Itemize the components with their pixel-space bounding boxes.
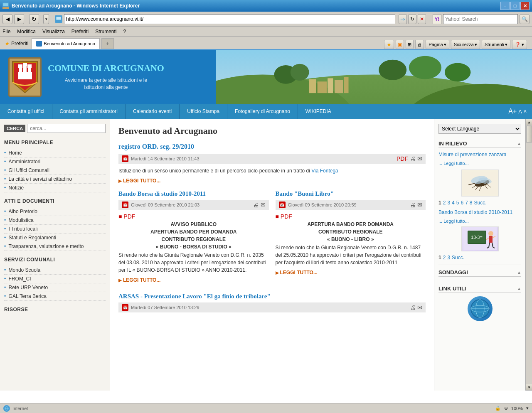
favorites-btn[interactable]: ★ Preferiti xyxy=(2,38,31,49)
page-2[interactable]: 2 xyxy=(443,200,446,206)
help-btn[interactable]: ❓▾ xyxy=(512,40,527,49)
menu-strumenti[interactable]: Strumenti xyxy=(95,29,116,34)
sidebar-link-notizie[interactable]: Notizie xyxy=(4,184,106,192)
article3-title[interactable]: Bando "Buoni Libro" xyxy=(276,190,426,197)
search-input[interactable] xyxy=(445,16,516,22)
article4-title[interactable]: ARSAS - Presentazione Lavoro "El ga fini… xyxy=(118,293,426,300)
in-rilievo-readmore1[interactable]: ... Leggi tutto... xyxy=(438,161,469,166)
scroll-up-btn[interactable]: ▲ xyxy=(526,119,532,125)
new-tab-btn[interactable]: + xyxy=(101,38,114,49)
scroll-down-btn[interactable]: ▼ xyxy=(526,384,532,391)
article2-pdf-icon[interactable]: ■ PDF xyxy=(118,213,269,220)
sidebar-search-input[interactable] xyxy=(27,124,106,133)
stop-btn[interactable]: ✕ xyxy=(418,14,426,24)
nav-contatta-uffici[interactable]: Contatta gli uffici xyxy=(0,104,52,119)
menu-file[interactable]: File xyxy=(2,29,10,34)
page-8[interactable]: 8 xyxy=(470,200,473,206)
sondaggi-collapse-btn[interactable]: ▲ xyxy=(517,270,521,275)
nav-fotogallery[interactable]: Fotogallery di Arcugnano xyxy=(227,104,298,119)
nav-dropdown-btn[interactable]: ▾ xyxy=(43,14,49,24)
sidebar-link-home[interactable]: Home xyxy=(4,149,106,157)
page-4[interactable]: 4 xyxy=(452,200,455,206)
sidebar-link-amministratori[interactable]: Amministratori xyxy=(4,157,106,166)
font-increase-btn[interactable]: A+ xyxy=(508,108,517,115)
sidebar-link-trasparenza[interactable]: Trasparenza, valutazione e merito xyxy=(4,242,106,251)
page-1[interactable]: 1 xyxy=(438,200,441,206)
refresh-btn[interactable]: ↻ xyxy=(29,14,39,24)
add-to-favorites-btn[interactable]: ★ xyxy=(384,40,394,49)
in-rilievo-link2[interactable]: Bando Borsa di studio 2010-2011 xyxy=(438,209,521,216)
pagina-btn[interactable]: Pagina▾ xyxy=(426,40,449,49)
scroll-track[interactable] xyxy=(526,125,532,384)
via-fontega-link[interactable]: Via Fontega xyxy=(311,168,338,174)
page2-1[interactable]: 1 xyxy=(438,255,441,261)
strumenti-btn[interactable]: Strumenti▾ xyxy=(482,40,510,49)
article2-leggi-tutto[interactable]: LEGGI TUTTO... xyxy=(118,277,269,283)
page-7[interactable]: 7 xyxy=(465,200,468,206)
minimize-btn[interactable]: – xyxy=(500,2,510,10)
menu-help[interactable]: ? xyxy=(123,29,126,34)
language-select[interactable]: Select Language English French German Sp… xyxy=(438,124,521,134)
sidebar-link-albo[interactable]: Albo Pretorio xyxy=(4,207,106,216)
maximize-btn[interactable]: □ xyxy=(510,2,520,10)
refresh-page-btn[interactable]: ↻ xyxy=(408,14,416,24)
forward-btn[interactable]: ▶ xyxy=(14,14,24,24)
rss-btn[interactable]: ▣ xyxy=(396,40,404,49)
font-normal-btn[interactable]: A xyxy=(518,108,522,115)
sidebar-link-statuti[interactable]: Statuti e Regolamenti xyxy=(4,234,106,242)
succ-btn-2[interactable]: Succ. xyxy=(452,255,464,261)
in-rilievo-collapse-btn[interactable]: ▲ xyxy=(517,141,521,146)
sidebar-link-rete-urp[interactable]: Rete URP Veneto xyxy=(4,283,106,292)
link-utili-collapse-btn[interactable]: ▲ xyxy=(517,286,521,291)
page2-3[interactable]: 3 xyxy=(447,255,450,261)
sidebar-link-uffici[interactable]: Gli Uffici Comunali xyxy=(4,166,106,175)
in-rilievo-readmore2[interactable]: ... Leggi tutto... xyxy=(438,219,469,224)
page2-2[interactable]: 2 xyxy=(443,255,446,261)
menu-modifica[interactable]: Modifica xyxy=(17,29,36,34)
sidebar-link-citta[interactable]: La città e i servizi al cittadino xyxy=(4,175,106,184)
print-icon-3[interactable]: 🖨 xyxy=(410,202,416,208)
nav-contatta-admin[interactable]: Contatta gli amministratori xyxy=(52,104,126,119)
close-btn[interactable]: ✕ xyxy=(520,2,530,10)
email-icon-4[interactable]: ✉ xyxy=(417,304,422,311)
article3-leggi-tutto[interactable]: LEGGI TUTTO... xyxy=(276,270,426,275)
email-icon-3[interactable]: ✉ xyxy=(417,202,422,208)
nav-calendario[interactable]: Calendario eventi xyxy=(126,104,180,119)
search-btn[interactable]: 🔍 xyxy=(520,14,530,24)
email-icon-2[interactable]: ✉ xyxy=(261,202,266,208)
search-bar[interactable] xyxy=(443,14,518,24)
page-5[interactable]: 5 xyxy=(456,200,459,206)
print-icon-4[interactable]: 🖨 xyxy=(410,304,416,311)
menu-preferiti[interactable]: Preferiti xyxy=(71,29,89,34)
url-input[interactable] xyxy=(66,16,393,22)
succ-btn-1[interactable]: Succ. xyxy=(474,200,487,206)
nav-wikipedia[interactable]: WIKIPEDIA xyxy=(298,104,339,119)
font-decrease-btn[interactable]: A- xyxy=(524,109,528,114)
sidebar-link-gal[interactable]: GAL Terra Berica xyxy=(4,292,106,301)
menu-visualizza[interactable]: Visualizza xyxy=(42,29,65,34)
scrollbar[interactable]: ▲ ▼ xyxy=(525,119,532,391)
address-bar[interactable] xyxy=(64,14,395,24)
sidebar-link-scuola[interactable]: Mondo Scuola xyxy=(4,266,106,275)
print-icon-1[interactable]: 🖨 xyxy=(410,155,416,162)
back-btn[interactable]: ◀ xyxy=(2,14,12,24)
in-rilievo-link1[interactable]: Misure di prevenzione zanzara xyxy=(438,151,521,158)
sidebar-link-modulistica[interactable]: Modulistica xyxy=(4,216,106,225)
print-btn[interactable]: 🖨 xyxy=(415,40,424,49)
scroll-thumb[interactable] xyxy=(526,126,532,143)
article3-pdf-icon[interactable]: ■ PDF xyxy=(276,213,426,220)
pdf-icon-1[interactable]: PDF xyxy=(397,155,408,162)
sidebar-link-tributi[interactable]: I Tributi locali xyxy=(4,225,106,234)
nav-ufficio-stampa[interactable]: Ufficio Stampa xyxy=(180,104,227,119)
sidebar-link-fromci[interactable]: FROM_CI xyxy=(4,275,106,283)
sicurezza-btn[interactable]: Sicurezza▾ xyxy=(451,40,480,49)
email-icon-1[interactable]: ✉ xyxy=(417,155,422,162)
address-go-btn[interactable]: ⇒ xyxy=(399,14,407,24)
print-icon-2[interactable]: 🖨 xyxy=(253,202,259,208)
article2-title[interactable]: Bando Borsa di studio 2010-2011 xyxy=(118,190,269,197)
active-tab[interactable]: Benvenuto ad Arcugnano xyxy=(32,38,100,49)
page-6[interactable]: 6 xyxy=(461,200,463,206)
article1-title[interactable]: registro ORD. seg. 29/2010 xyxy=(118,143,426,150)
tab-options-btn[interactable]: ⊞ xyxy=(406,40,414,49)
page-3[interactable]: 3 xyxy=(447,200,450,206)
